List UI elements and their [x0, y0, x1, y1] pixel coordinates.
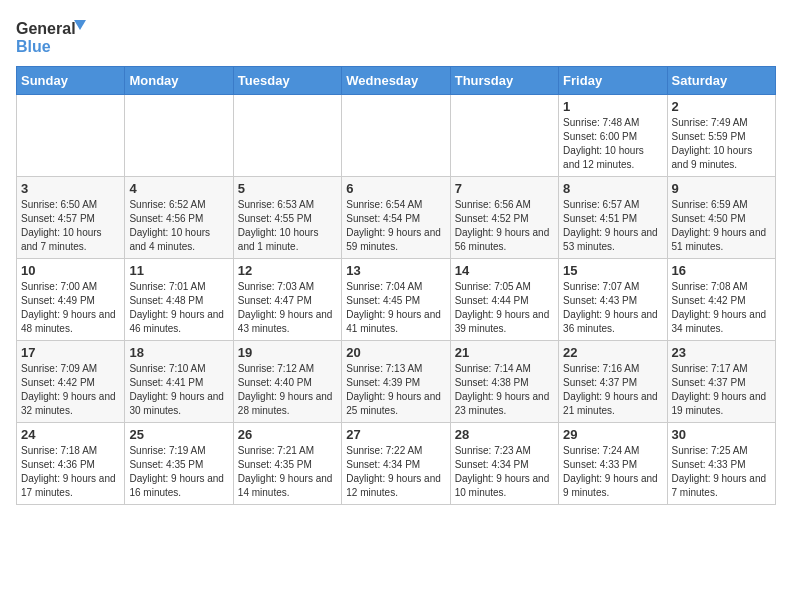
day-info: Sunrise: 7:49 AM Sunset: 5:59 PM Dayligh…	[672, 116, 771, 172]
calendar-cell	[450, 95, 558, 177]
day-number: 28	[455, 427, 554, 442]
day-info: Sunrise: 7:00 AM Sunset: 4:49 PM Dayligh…	[21, 280, 120, 336]
day-number: 22	[563, 345, 662, 360]
day-info: Sunrise: 7:19 AM Sunset: 4:35 PM Dayligh…	[129, 444, 228, 500]
day-number: 11	[129, 263, 228, 278]
day-number: 12	[238, 263, 337, 278]
day-info: Sunrise: 7:08 AM Sunset: 4:42 PM Dayligh…	[672, 280, 771, 336]
day-number: 20	[346, 345, 445, 360]
day-number: 26	[238, 427, 337, 442]
day-number: 4	[129, 181, 228, 196]
day-number: 24	[21, 427, 120, 442]
day-info: Sunrise: 7:48 AM Sunset: 6:00 PM Dayligh…	[563, 116, 662, 172]
day-info: Sunrise: 7:01 AM Sunset: 4:48 PM Dayligh…	[129, 280, 228, 336]
calendar-cell: 6Sunrise: 6:54 AM Sunset: 4:54 PM Daylig…	[342, 177, 450, 259]
day-info: Sunrise: 6:52 AM Sunset: 4:56 PM Dayligh…	[129, 198, 228, 254]
day-info: Sunrise: 6:59 AM Sunset: 4:50 PM Dayligh…	[672, 198, 771, 254]
day-number: 9	[672, 181, 771, 196]
day-number: 23	[672, 345, 771, 360]
day-info: Sunrise: 7:04 AM Sunset: 4:45 PM Dayligh…	[346, 280, 445, 336]
day-info: Sunrise: 7:14 AM Sunset: 4:38 PM Dayligh…	[455, 362, 554, 418]
calendar-cell: 21Sunrise: 7:14 AM Sunset: 4:38 PM Dayli…	[450, 341, 558, 423]
day-number: 5	[238, 181, 337, 196]
calendar-cell: 28Sunrise: 7:23 AM Sunset: 4:34 PM Dayli…	[450, 423, 558, 505]
svg-marker-2	[74, 20, 86, 30]
day-info: Sunrise: 7:17 AM Sunset: 4:37 PM Dayligh…	[672, 362, 771, 418]
calendar-cell: 25Sunrise: 7:19 AM Sunset: 4:35 PM Dayli…	[125, 423, 233, 505]
day-number: 14	[455, 263, 554, 278]
day-number: 21	[455, 345, 554, 360]
day-header-saturday: Saturday	[667, 67, 775, 95]
day-info: Sunrise: 7:24 AM Sunset: 4:33 PM Dayligh…	[563, 444, 662, 500]
calendar-cell: 9Sunrise: 6:59 AM Sunset: 4:50 PM Daylig…	[667, 177, 775, 259]
day-info: Sunrise: 7:23 AM Sunset: 4:34 PM Dayligh…	[455, 444, 554, 500]
calendar-cell	[233, 95, 341, 177]
day-header-thursday: Thursday	[450, 67, 558, 95]
day-info: Sunrise: 6:53 AM Sunset: 4:55 PM Dayligh…	[238, 198, 337, 254]
day-info: Sunrise: 7:13 AM Sunset: 4:39 PM Dayligh…	[346, 362, 445, 418]
day-number: 27	[346, 427, 445, 442]
calendar-cell: 12Sunrise: 7:03 AM Sunset: 4:47 PM Dayli…	[233, 259, 341, 341]
calendar-cell: 30Sunrise: 7:25 AM Sunset: 4:33 PM Dayli…	[667, 423, 775, 505]
logo-svg: GeneralBlue	[16, 16, 86, 58]
day-header-friday: Friday	[559, 67, 667, 95]
calendar-cell: 29Sunrise: 7:24 AM Sunset: 4:33 PM Dayli…	[559, 423, 667, 505]
calendar-cell: 26Sunrise: 7:21 AM Sunset: 4:35 PM Dayli…	[233, 423, 341, 505]
calendar-cell: 11Sunrise: 7:01 AM Sunset: 4:48 PM Dayli…	[125, 259, 233, 341]
day-number: 15	[563, 263, 662, 278]
calendar-cell: 5Sunrise: 6:53 AM Sunset: 4:55 PM Daylig…	[233, 177, 341, 259]
day-number: 10	[21, 263, 120, 278]
day-header-sunday: Sunday	[17, 67, 125, 95]
day-number: 1	[563, 99, 662, 114]
week-row-3: 10Sunrise: 7:00 AM Sunset: 4:49 PM Dayli…	[17, 259, 776, 341]
calendar-table: SundayMondayTuesdayWednesdayThursdayFrid…	[16, 66, 776, 505]
calendar-cell: 10Sunrise: 7:00 AM Sunset: 4:49 PM Dayli…	[17, 259, 125, 341]
day-number: 7	[455, 181, 554, 196]
day-header-tuesday: Tuesday	[233, 67, 341, 95]
day-number: 8	[563, 181, 662, 196]
day-number: 18	[129, 345, 228, 360]
page-header: GeneralBlue	[16, 16, 776, 58]
day-info: Sunrise: 7:25 AM Sunset: 4:33 PM Dayligh…	[672, 444, 771, 500]
calendar-cell: 7Sunrise: 6:56 AM Sunset: 4:52 PM Daylig…	[450, 177, 558, 259]
day-number: 19	[238, 345, 337, 360]
calendar-cell	[17, 95, 125, 177]
day-info: Sunrise: 6:57 AM Sunset: 4:51 PM Dayligh…	[563, 198, 662, 254]
day-number: 29	[563, 427, 662, 442]
calendar-cell	[342, 95, 450, 177]
day-number: 16	[672, 263, 771, 278]
calendar-cell: 2Sunrise: 7:49 AM Sunset: 5:59 PM Daylig…	[667, 95, 775, 177]
day-info: Sunrise: 7:12 AM Sunset: 4:40 PM Dayligh…	[238, 362, 337, 418]
calendar-cell: 15Sunrise: 7:07 AM Sunset: 4:43 PM Dayli…	[559, 259, 667, 341]
calendar-cell: 22Sunrise: 7:16 AM Sunset: 4:37 PM Dayli…	[559, 341, 667, 423]
day-info: Sunrise: 7:22 AM Sunset: 4:34 PM Dayligh…	[346, 444, 445, 500]
day-number: 17	[21, 345, 120, 360]
day-number: 13	[346, 263, 445, 278]
day-info: Sunrise: 7:16 AM Sunset: 4:37 PM Dayligh…	[563, 362, 662, 418]
day-number: 2	[672, 99, 771, 114]
calendar-cell: 18Sunrise: 7:10 AM Sunset: 4:41 PM Dayli…	[125, 341, 233, 423]
calendar-cell: 14Sunrise: 7:05 AM Sunset: 4:44 PM Dayli…	[450, 259, 558, 341]
calendar-cell: 1Sunrise: 7:48 AM Sunset: 6:00 PM Daylig…	[559, 95, 667, 177]
day-header-monday: Monday	[125, 67, 233, 95]
calendar-cell: 24Sunrise: 7:18 AM Sunset: 4:36 PM Dayli…	[17, 423, 125, 505]
calendar-cell: 4Sunrise: 6:52 AM Sunset: 4:56 PM Daylig…	[125, 177, 233, 259]
calendar-cell: 8Sunrise: 6:57 AM Sunset: 4:51 PM Daylig…	[559, 177, 667, 259]
calendar-cell: 16Sunrise: 7:08 AM Sunset: 4:42 PM Dayli…	[667, 259, 775, 341]
calendar-cell: 23Sunrise: 7:17 AM Sunset: 4:37 PM Dayli…	[667, 341, 775, 423]
svg-text:Blue: Blue	[16, 38, 51, 55]
day-info: Sunrise: 7:09 AM Sunset: 4:42 PM Dayligh…	[21, 362, 120, 418]
day-number: 30	[672, 427, 771, 442]
day-info: Sunrise: 7:03 AM Sunset: 4:47 PM Dayligh…	[238, 280, 337, 336]
week-row-5: 24Sunrise: 7:18 AM Sunset: 4:36 PM Dayli…	[17, 423, 776, 505]
calendar-cell: 3Sunrise: 6:50 AM Sunset: 4:57 PM Daylig…	[17, 177, 125, 259]
calendar-cell: 20Sunrise: 7:13 AM Sunset: 4:39 PM Dayli…	[342, 341, 450, 423]
day-info: Sunrise: 6:54 AM Sunset: 4:54 PM Dayligh…	[346, 198, 445, 254]
day-info: Sunrise: 7:10 AM Sunset: 4:41 PM Dayligh…	[129, 362, 228, 418]
day-number: 25	[129, 427, 228, 442]
logo: GeneralBlue	[16, 16, 86, 58]
days-header-row: SundayMondayTuesdayWednesdayThursdayFrid…	[17, 67, 776, 95]
week-row-4: 17Sunrise: 7:09 AM Sunset: 4:42 PM Dayli…	[17, 341, 776, 423]
day-info: Sunrise: 7:18 AM Sunset: 4:36 PM Dayligh…	[21, 444, 120, 500]
calendar-cell	[125, 95, 233, 177]
